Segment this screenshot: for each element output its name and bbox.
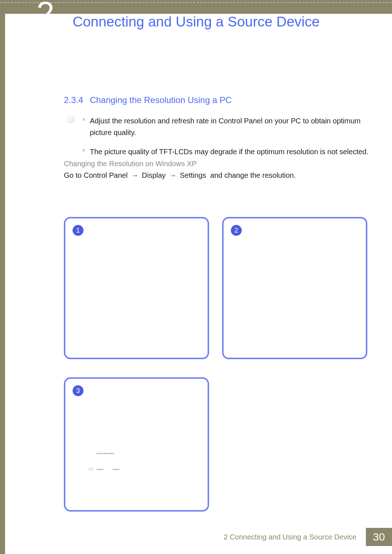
note-item: z Adjust the resolution and refresh rate…: [83, 115, 369, 138]
note-icon: [67, 115, 75, 123]
footer-page-number: 30: [366, 528, 392, 546]
header-dash-line: [0, 2, 392, 3]
step-badge-1: 1: [73, 225, 83, 236]
bullet-icon: z: [83, 148, 85, 158]
bullet-icon: z: [83, 117, 85, 138]
instruction-p2: Display: [142, 171, 166, 179]
section-heading: 2.3.4Changing the Resolution Using a PC: [64, 95, 232, 105]
placeholder-dots: ****: [113, 468, 120, 472]
note-list: z Adjust the resolution and refresh rate…: [83, 115, 369, 166]
step-panel-3: 3 ********** **** ****: [64, 377, 209, 512]
chapter-number-glyph: 2: [36, 0, 53, 30]
footer-chapter-text: 2 Connecting and Using a Source Device: [224, 528, 366, 546]
instruction-line: Go to Control Panel → Display → Settings…: [64, 171, 296, 180]
step-badge-3: 3: [73, 385, 83, 396]
placeholder-dots: ****: [97, 468, 104, 472]
arrow-icon: →: [131, 171, 138, 179]
arrow-icon: →: [169, 171, 176, 179]
step-panels: 1 2 3 ********** **** ****: [64, 217, 367, 530]
instruction-p1: Go to Control Panel: [64, 171, 128, 179]
placeholder-dots: **********: [97, 452, 114, 456]
step-badge-2: 2: [231, 225, 242, 236]
note-text-2: The picture quality of TFT-LCDs may degr…: [90, 146, 369, 158]
sub-heading: Changing the Resolution on Windows XP: [64, 160, 197, 168]
note-item: z The picture quality of TFT-LCDs may de…: [83, 146, 369, 158]
step-panel-2: 2: [222, 217, 367, 359]
panel-row: 1 2: [64, 217, 367, 359]
instruction-p4: and change the resolution.: [210, 171, 296, 179]
placeholder-chip: [88, 467, 94, 471]
instruction-p3: Settings: [180, 171, 206, 179]
chapter-title: Connecting and Using a Source Device: [73, 14, 320, 30]
footer-bar: 2 Connecting and Using a Source Device 3…: [0, 528, 392, 546]
section-title: Changing the Resolution Using a PC: [90, 95, 232, 105]
section-number: 2.3.4: [64, 95, 83, 105]
panel-row: 3 ********** **** ****: [64, 377, 367, 512]
left-sidebar-strip: [0, 14, 5, 554]
note-text-1: Adjust the resolution and refresh rate i…: [90, 115, 370, 138]
step-panel-1: 1: [64, 217, 209, 359]
